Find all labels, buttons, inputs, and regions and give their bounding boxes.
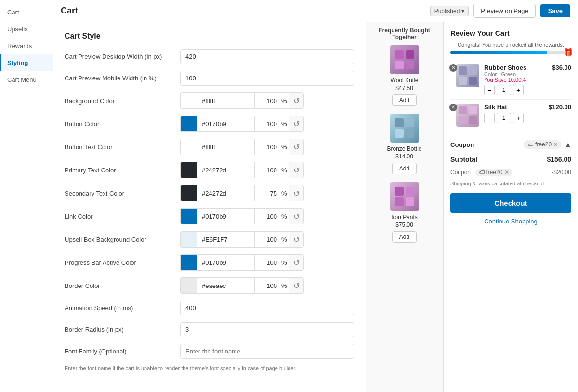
- coupon-badge: 🏷 free20 ✕: [524, 140, 562, 149]
- svg-rect-16: [459, 106, 467, 114]
- shipping-note: Shipping & taxes calculated at checkout: [450, 179, 571, 190]
- preview-button[interactable]: Preview on Page: [473, 4, 535, 18]
- svg-rect-3: [406, 61, 414, 69]
- sidebar-item-styling[interactable]: Styling: [0, 54, 53, 71]
- button_text_color-reset-button[interactable]: ↺: [289, 139, 304, 155]
- upsell_box_bg_color-swatch[interactable]: [180, 231, 197, 248]
- background_color-hex-input[interactable]: [197, 92, 254, 109]
- chevron-down-icon: ▾: [461, 8, 464, 14]
- save-button[interactable]: Save: [540, 4, 570, 17]
- button_color-swatch[interactable]: [180, 116, 197, 132]
- freq-add-button[interactable]: Add: [392, 163, 417, 174]
- progress-bar-outer: 🎁: [450, 51, 571, 54]
- remove-item-button[interactable]: ✕: [449, 104, 457, 111]
- freq-add-button[interactable]: Add: [392, 94, 417, 106]
- svg-rect-6: [395, 129, 404, 138]
- upsell_box_bg_color-hex-input[interactable]: [197, 231, 254, 248]
- product-image-iron-pants: [390, 182, 419, 211]
- progress_bar_color-row: Progress Bar Active Color % ↺: [65, 254, 354, 271]
- sidebar-item-cart-menu[interactable]: Cart Menu: [0, 71, 53, 88]
- list-item: Bronze Bottle $14.00 Add: [371, 114, 438, 174]
- link_color-reset-button[interactable]: ↺: [289, 208, 304, 224]
- secondary_text_color-hex-input[interactable]: [197, 185, 254, 201]
- background_color-reset-button[interactable]: ↺: [289, 92, 304, 109]
- svg-rect-5: [406, 118, 414, 127]
- progress_bar_color-swatch[interactable]: [180, 254, 197, 271]
- border_color-hex-input[interactable]: [197, 277, 254, 294]
- primary_text_color-hex-input[interactable]: [197, 162, 254, 178]
- svg-rect-2: [395, 61, 404, 69]
- primary_text_color-group: % ↺: [180, 162, 354, 178]
- review-cart-panel: Review Your Cart Congrats! You have unlo…: [443, 22, 578, 392]
- upsell_box_bg_color-opacity-input[interactable]: [254, 231, 281, 248]
- quantity-input[interactable]: [497, 85, 511, 95]
- border_color-opacity-input[interactable]: [254, 277, 281, 294]
- background_color-swatch[interactable]: [180, 92, 197, 109]
- secondary_text_color-reset-button[interactable]: ↺: [289, 185, 304, 201]
- link_color-opacity-input[interactable]: [254, 208, 281, 224]
- progress_bar_color-hex-input[interactable]: [197, 254, 254, 271]
- primary_text_color-reset-button[interactable]: ↺: [289, 162, 304, 178]
- freq-add-button[interactable]: Add: [392, 231, 417, 243]
- desktop-width-row: Cart Preview Desktop Width (in px): [65, 49, 354, 64]
- primary_text_color-swatch[interactable]: [180, 162, 197, 178]
- sidebar-item-rewards[interactable]: Rewards: [0, 38, 53, 54]
- link_color-swatch[interactable]: [180, 208, 197, 224]
- quantity-decrease-button[interactable]: −: [484, 85, 495, 95]
- link_color-hex-input[interactable]: [197, 208, 254, 224]
- upsell_box_bg_color-group: % ↺: [180, 231, 354, 248]
- border_color-swatch[interactable]: [180, 277, 197, 294]
- checkout-button[interactable]: Checkout: [450, 193, 571, 213]
- upsell_box_bg_color-reset-button[interactable]: ↺: [289, 231, 304, 248]
- svg-rect-18: [459, 116, 467, 124]
- mobile-width-input[interactable]: [180, 71, 354, 86]
- continue-shopping-button[interactable]: Continue Shopping: [450, 213, 571, 230]
- border_color-reset-button[interactable]: ↺: [289, 277, 304, 294]
- button_text_color-hex-input[interactable]: [197, 139, 254, 155]
- quantity-decrease-button[interactable]: −: [484, 113, 495, 123]
- freq-item-price: $14.00: [395, 153, 413, 160]
- list-item: Iron Pants $75.00 Add: [371, 182, 438, 243]
- quantity-increase-button[interactable]: +: [513, 85, 524, 95]
- secondary_text_color-swatch[interactable]: [180, 185, 197, 201]
- subtotal-label: Subtotal: [450, 156, 477, 163]
- svg-rect-13: [469, 66, 477, 75]
- desktop-width-input[interactable]: [180, 49, 354, 64]
- progress_bar_color-reset-button[interactable]: ↺: [289, 254, 304, 271]
- button_text_color-opacity-input[interactable]: [254, 139, 281, 155]
- coupon-code: free20: [535, 141, 552, 148]
- button_color-reset-button[interactable]: ↺: [289, 116, 304, 132]
- cart-item-info: Silk Hat − +: [484, 104, 549, 123]
- coupon-header[interactable]: Coupon 🏷 free20 ✕ ▲: [450, 136, 571, 153]
- published-badge[interactable]: Published ▾: [430, 6, 469, 16]
- quantity-input[interactable]: [497, 113, 511, 123]
- quantity-increase-button[interactable]: +: [513, 113, 524, 123]
- svg-rect-1: [406, 50, 414, 59]
- cart-item-subtitle: Color : Green: [484, 71, 552, 77]
- button_text_color-swatch[interactable]: [180, 139, 197, 155]
- freq-title: Frequently Bought Together: [371, 27, 438, 40]
- border-radius-input[interactable]: [180, 322, 354, 337]
- coupon-badge-area: 🏷 free20 ✕ ▲: [524, 140, 571, 149]
- discount-coupon-remove[interactable]: ✕: [504, 169, 509, 176]
- secondary_text_color-opacity-input[interactable]: [254, 185, 281, 201]
- link_color-label: Link Color: [65, 213, 180, 220]
- sidebar-item-upsells[interactable]: Upsells: [0, 21, 53, 38]
- button_color-opacity-input[interactable]: [254, 116, 281, 132]
- sidebar: Cart Upsells Rewards Styling Cart Menu: [0, 0, 53, 392]
- cart-item-name: Silk Hat: [484, 104, 549, 111]
- button_color-hex-input[interactable]: [197, 116, 254, 132]
- border_color-group: % ↺: [180, 277, 354, 294]
- font-family-input[interactable]: [180, 344, 354, 359]
- percent-label: %: [281, 116, 289, 132]
- secondary_text_color-label: Secondary Text Color: [65, 190, 180, 197]
- progress_bar_color-opacity-input[interactable]: [254, 254, 281, 271]
- background_color-opacity-input[interactable]: [254, 92, 281, 109]
- animation-speed-input[interactable]: [180, 301, 354, 315]
- primary_text_color-opacity-input[interactable]: [254, 162, 281, 178]
- remove-item-button[interactable]: ✕: [449, 64, 457, 72]
- coupon-remove-button[interactable]: ✕: [553, 142, 558, 148]
- sidebar-item-cart[interactable]: Cart: [0, 4, 53, 21]
- link_color-row: Link Color % ↺: [65, 208, 354, 224]
- button_color-group: % ↺: [180, 116, 354, 132]
